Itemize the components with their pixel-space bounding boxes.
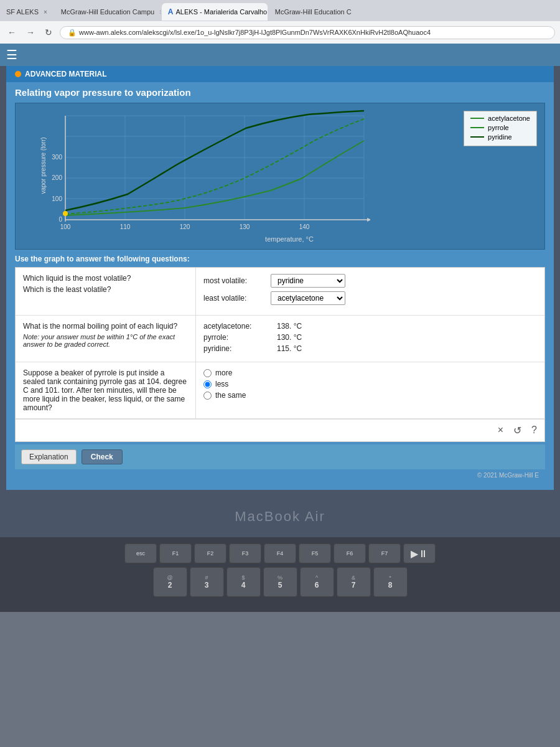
key-2[interactable]: @ 2 <box>153 567 187 597</box>
key-f3[interactable]: F3 <box>229 543 261 563</box>
copyright: © 2021 McGraw-Hill E <box>15 469 545 481</box>
legend-pyridine: pyridine <box>470 133 530 141</box>
key-7[interactable]: & 7 <box>337 567 371 597</box>
tab-mcgraw2[interactable]: McGraw-Hill Education C <box>269 3 358 21</box>
q3-text: Suppose a beaker of pyrrole is put insid… <box>23 369 188 412</box>
svg-marker-14 <box>367 218 370 222</box>
graph-legend: acetylacetone pyrrole pyridine <box>464 111 537 146</box>
boiling-value-pyridine: 115. °C <box>277 344 302 353</box>
svg-text:100: 100 <box>60 223 71 230</box>
radio-row-more[interactable]: more <box>203 369 537 377</box>
refresh-icon[interactable]: ↺ <box>513 425 521 436</box>
least-volatile-label: least volatile: <box>203 294 266 303</box>
tab-mcgraw1[interactable]: McGraw-Hill Education Campu × <box>55 3 161 21</box>
explanation-button[interactable]: Explanation <box>21 449 77 464</box>
forward-button[interactable]: → <box>24 26 37 39</box>
close-icon[interactable]: × <box>498 425 503 436</box>
tab-aleks[interactable]: SF ALEKS × <box>0 3 54 21</box>
browser-chrome: SF ALEKS × McGraw-Hill Education Campu ×… <box>0 0 560 44</box>
boiling-value-pyrrole: 130. °C <box>277 333 302 342</box>
tab-close-mcgraw1[interactable]: × <box>159 9 161 16</box>
radio-row-same[interactable]: the same <box>203 391 537 400</box>
q2-note: Note: your answer must be within 1°C of … <box>23 333 188 348</box>
key-5[interactable]: % 5 <box>263 567 297 597</box>
least-volatile-select[interactable]: acetylacetone pyrrole pyridine <box>271 291 345 305</box>
material-label: ADVANCED MATERIAL <box>25 70 107 78</box>
svg-text:100: 100 <box>52 195 62 202</box>
url-bar[interactable]: 🔒 www-awn.aleks.com/alekscgi/x/lsl.exe/1… <box>60 26 555 39</box>
q2-right: acetylacetone: 138. °C pyrrole: 130. °C … <box>196 316 544 362</box>
reload-button[interactable]: ↻ <box>42 26 55 39</box>
svg-text:140: 140 <box>299 223 310 230</box>
url-text: www-awn.aleks.com/alekscgi/x/lsl.exe/1o_… <box>79 29 431 36</box>
legend-label-acetylacetone: acetylacetone <box>488 115 530 122</box>
icon-row: × ↺ ? <box>16 419 544 441</box>
instructions: Use the graph to answer the following qu… <box>15 255 545 263</box>
tab-label-aleks2: ALEKS - Marialerida Carvalho - <box>176 8 268 16</box>
key-f4[interactable]: F4 <box>264 543 296 563</box>
question-row-3: Suppose a beaker of pyrrole is put insid… <box>16 362 544 419</box>
q1-text-1: Which liquid is the most volatile? <box>23 274 188 283</box>
main-content-box: Relating vapor pressure to vaporization <box>6 82 554 490</box>
svg-text:200: 200 <box>52 174 62 181</box>
radio-more[interactable] <box>203 369 212 377</box>
radio-same-label[interactable]: the same <box>215 391 246 400</box>
boiling-row-acetylacetone: acetylacetone: 138. °C <box>203 322 537 331</box>
svg-text:0: 0 <box>58 216 62 223</box>
content-area: ☰ ADVANCED MATERIAL Relating vapor press… <box>0 44 560 612</box>
action-buttons-left: Explanation Check <box>21 449 123 464</box>
svg-text:vapor pressure (torr): vapor pressure (torr) <box>40 137 47 194</box>
keyboard-area: esc F1 F2 F3 F4 F5 F6 F7 ▶⏸ @ 2 # 3 $ 4 <box>0 537 560 612</box>
radio-less-label[interactable]: less <box>215 380 228 388</box>
svg-text:120: 120 <box>180 223 190 230</box>
q1-left: Which liquid is the most volatile? Which… <box>16 268 196 315</box>
key-3[interactable]: # 3 <box>190 567 224 597</box>
macbook-text: MacBook Air <box>235 509 325 524</box>
key-f2[interactable]: F2 <box>194 543 226 563</box>
key-f7[interactable]: F7 <box>368 543 401 563</box>
tab-label-aleks: SF ALEKS <box>6 8 39 16</box>
tab-close-aleks[interactable]: × <box>44 9 47 16</box>
page-title: Relating vapor pressure to vaporization <box>15 87 545 98</box>
question-row-1: Which liquid is the most volatile? Which… <box>16 268 544 316</box>
legend-line-acetylacetone <box>470 118 484 119</box>
key-6[interactable]: ^ 6 <box>300 567 334 597</box>
address-bar: ← → ↻ 🔒 www-awn.aleks.com/alekscgi/x/lsl… <box>0 21 560 44</box>
advanced-material-bar: ADVANCED MATERIAL <box>6 66 554 82</box>
most-volatile-select[interactable]: pyridine pyrrole acetylacetone <box>271 274 345 288</box>
key-esc[interactable]: esc <box>124 543 157 563</box>
bottom-actions: Explanation Check <box>15 444 545 469</box>
boiling-row-pyrrole: pyrrole: 130. °C <box>203 333 537 342</box>
question-row-2: What is the normal boiling point of each… <box>16 316 544 362</box>
back-button[interactable]: ← <box>5 26 19 39</box>
key-4[interactable]: $ 4 <box>226 567 261 597</box>
main-row-1: @ 2 # 3 $ 4 % 5 ^ 6 & 7 <box>12 567 548 597</box>
key-f1[interactable]: F1 <box>159 543 192 563</box>
radio-row-less[interactable]: less <box>203 380 537 388</box>
legend-acetylacetone: acetylacetone <box>470 115 530 122</box>
hamburger-icon[interactable]: ☰ <box>6 47 17 62</box>
q2-text: What is the normal boiling point of each… <box>23 322 188 331</box>
legend-label-pyrrole: pyrrole <box>488 124 509 131</box>
aleks-panel: ADVANCED MATERIAL Relating vapor pressur… <box>6 66 554 490</box>
key-8[interactable]: * 8 <box>373 567 408 597</box>
key-f5[interactable]: F5 <box>299 543 331 563</box>
legend-line-pyrrole <box>470 127 484 128</box>
key-f8[interactable]: ▶⏸ <box>403 543 436 563</box>
q1-answer-row-2: least volatile: acetylacetone pyrrole py… <box>203 291 537 305</box>
key-f6[interactable]: F6 <box>334 543 366 563</box>
boiling-label-acetylacetone: acetylacetone: <box>203 322 272 331</box>
macbook-area: MacBook Air <box>0 490 560 537</box>
legend-pyrrole: pyrrole <box>470 124 530 131</box>
tab-aleks2[interactable]: A ALEKS - Marialerida Carvalho - × <box>162 3 268 21</box>
radio-more-label[interactable]: more <box>215 369 232 377</box>
x-axis-label: temperature, °C <box>40 235 538 243</box>
radio-less[interactable] <box>203 380 212 388</box>
graph-container: 0 100 200 300 100 110 120 130 140 <box>15 103 545 250</box>
radio-same[interactable] <box>203 392 212 400</box>
help-icon[interactable]: ? <box>531 425 537 436</box>
check-button[interactable]: Check <box>82 449 123 464</box>
boiling-label-pyridine: pyridine: <box>203 344 272 353</box>
svg-point-24 <box>63 211 68 216</box>
x-axis-label-text: temperature, °C <box>265 235 314 243</box>
